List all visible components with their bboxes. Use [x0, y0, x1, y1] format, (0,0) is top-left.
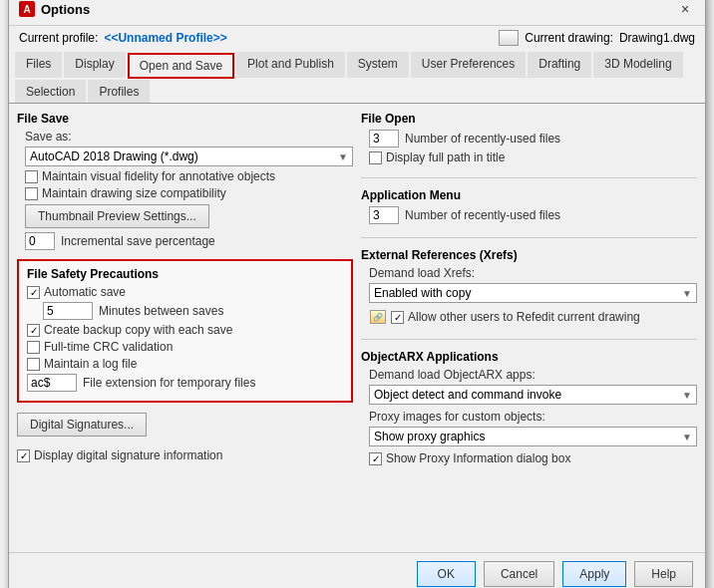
app-menu-title: Application Menu [361, 188, 697, 202]
show-proxy-label: Show Proxy Information dialog box [386, 451, 570, 465]
apply-button[interactable]: Apply [562, 561, 626, 587]
app-menu-section: Application Menu Number of recently-used… [361, 188, 697, 227]
objectarx-section: ObjectARX Applications Demand load Objec… [361, 350, 697, 468]
save-as-arrow-icon: ▼ [338, 151, 348, 162]
file-save-title: File Save [17, 112, 353, 126]
minutes-row: Minutes between saves [27, 302, 343, 320]
proxy-images-select[interactable]: Show proxy graphics ▼ [369, 427, 697, 446]
save-as-select[interactable]: AutoCAD 2018 Drawing (*.dwg) ▼ [25, 147, 353, 166]
demand-load-arrow-icon: ▼ [682, 288, 692, 299]
tab-drafting[interactable]: Drafting [528, 52, 591, 78]
maintain-size-label: Maintain drawing size compatibility [42, 186, 226, 200]
left-panel: File Save Save as: AutoCAD 2018 Drawing … [17, 112, 353, 544]
incremental-label: Incremental save percentage [61, 234, 215, 248]
auto-save-label: Automatic save [44, 285, 126, 299]
tab-open-save[interactable]: Open and Save [128, 53, 234, 79]
backup-label: Create backup copy with each save [44, 323, 232, 337]
app-menu-recent-input[interactable] [369, 206, 399, 224]
right-panel: File Open Number of recently-used files … [361, 112, 697, 544]
xrefs-title: External References (Xrefs) [361, 248, 697, 262]
minutes-label: Minutes between saves [99, 304, 223, 318]
help-button[interactable]: Help [634, 561, 693, 587]
thumbnail-preview-button[interactable]: Thumbnail Preview Settings... [25, 204, 209, 228]
tab-plot-publish[interactable]: Plot and Publish [236, 52, 345, 78]
minutes-input[interactable] [43, 302, 93, 320]
maintain-size-checkbox[interactable] [25, 187, 38, 200]
tab-system[interactable]: System [347, 52, 409, 78]
full-path-label: Display full path in title [386, 150, 505, 164]
demand-load-arx-arrow-icon: ▼ [682, 390, 692, 401]
crc-label: Full-time CRC validation [44, 340, 173, 354]
divider-1 [361, 177, 697, 178]
tab-display[interactable]: Display [64, 52, 125, 78]
digital-sig-display-checkbox[interactable] [17, 449, 30, 462]
temp-row: File extension for temporary files [27, 374, 343, 392]
dialog-title: Options [41, 2, 90, 17]
save-as-row: AutoCAD 2018 Drawing (*.dwg) ▼ [25, 147, 353, 166]
demand-load-select[interactable]: Enabled with copy ▼ [369, 283, 697, 303]
show-proxy-checkbox[interactable] [369, 452, 382, 465]
maintain-visual-checkbox[interactable] [25, 170, 38, 183]
close-button[interactable]: × [675, 0, 695, 19]
refedit-icon: 🔗 [369, 308, 387, 326]
main-content: File Save Save as: AutoCAD 2018 Drawing … [9, 104, 705, 552]
xrefs-section: External References (Xrefs) Demand load … [361, 248, 697, 329]
save-as-label: Save as: [25, 130, 353, 144]
proxy-images-label: Proxy images for custom objects: [369, 410, 697, 424]
tab-profiles[interactable]: Profiles [88, 80, 150, 103]
proxy-images-value: Show proxy graphics [374, 430, 485, 443]
current-profile-label: Current profile: [19, 31, 98, 45]
allow-refedit-checkbox[interactable] [391, 311, 404, 324]
objectarx-title: ObjectARX Applications [361, 350, 697, 364]
file-save-section: File Save Save as: AutoCAD 2018 Drawing … [17, 112, 353, 253]
tab-bar: Files Display Open and Save Plot and Pub… [9, 50, 705, 104]
digital-signatures-button[interactable]: Digital Signatures... [17, 413, 147, 437]
cancel-button[interactable]: Cancel [484, 561, 554, 587]
maintain-visual-row: Maintain visual fidelity for annotative … [25, 169, 353, 183]
titlebar-left: A Options [19, 1, 90, 17]
crc-checkbox[interactable] [27, 341, 40, 354]
profile-bar: Current profile: <<Unnamed Profile>> Cur… [9, 26, 705, 50]
tab-3d-modeling[interactable]: 3D Modeling [593, 52, 682, 78]
divider-2 [361, 237, 697, 238]
log-label: Maintain a log file [44, 357, 137, 371]
allow-refedit-label: Allow other users to Refedit current dra… [408, 310, 640, 324]
backup-row: Create backup copy with each save [27, 323, 343, 337]
temp-label: File extension for temporary files [83, 376, 255, 390]
digital-sig-display-label: Display digital signature information [34, 448, 222, 462]
auto-save-checkbox[interactable] [27, 286, 40, 299]
profile-name: <<Unnamed Profile>> [104, 31, 226, 45]
save-as-value: AutoCAD 2018 Drawing (*.dwg) [30, 149, 198, 163]
full-path-row: Display full path in title [369, 150, 697, 164]
tab-selection[interactable]: Selection [15, 80, 86, 103]
drawing-section: Current drawing: Drawing1.dwg [499, 30, 695, 46]
auto-save-row: Automatic save [27, 285, 343, 299]
incremental-input[interactable] [25, 232, 55, 250]
file-safety-group: File Safety Precautions Automatic save M… [17, 259, 353, 403]
bottom-bar: OK Cancel Apply Help [9, 552, 705, 588]
ok-button[interactable]: OK [417, 561, 476, 587]
file-open-section: File Open Number of recently-used files … [361, 112, 697, 167]
incremental-row: Incremental save percentage [25, 232, 353, 250]
titlebar: A Options × [9, 0, 705, 26]
show-proxy-row: Show Proxy Information dialog box [369, 451, 697, 465]
allow-refedit-row: 🔗 Allow other users to Refedit current d… [369, 308, 697, 326]
app-icon: A [19, 1, 35, 17]
tab-files[interactable]: Files [15, 52, 62, 78]
digital-sig-btn-row: Digital Signatures... [17, 413, 353, 437]
crc-row: Full-time CRC validation [27, 340, 343, 354]
current-drawing-label: Current drawing: [525, 31, 613, 45]
demand-load-value: Enabled with copy [374, 286, 471, 300]
demand-load-arx-label: Demand load ObjectARX apps: [369, 368, 697, 382]
full-path-checkbox[interactable] [369, 151, 382, 164]
backup-checkbox[interactable] [27, 324, 40, 337]
recent-files-input[interactable] [369, 130, 399, 147]
file-open-title: File Open [361, 112, 697, 126]
temp-input[interactable] [27, 374, 77, 392]
log-row: Maintain a log file [27, 357, 343, 371]
tab-user-preferences[interactable]: User Preferences [411, 52, 526, 78]
divider-3 [361, 339, 697, 340]
demand-load-arx-select[interactable]: Object detect and command invoke ▼ [369, 385, 697, 405]
drawing-icon [499, 30, 519, 46]
log-checkbox[interactable] [27, 358, 40, 371]
